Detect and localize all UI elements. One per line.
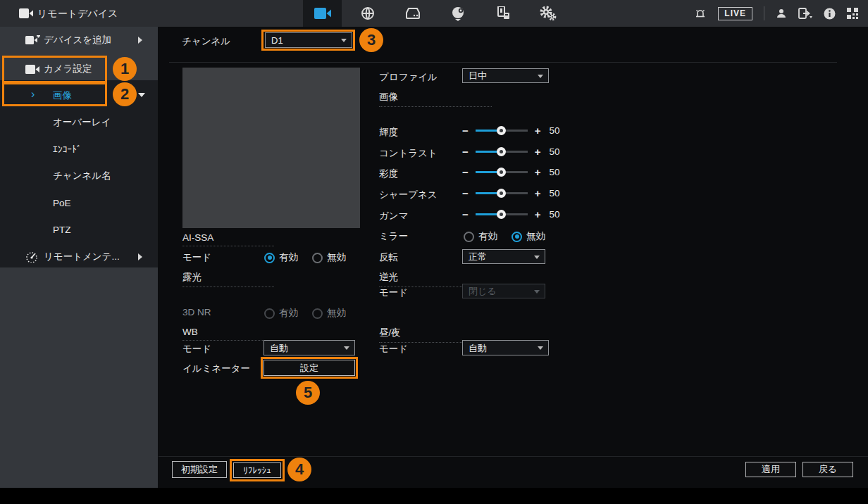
- sharpness-slider: − + 50: [462, 188, 560, 199]
- sidebar-item-poe[interactable]: PoE: [0, 189, 158, 216]
- slider-track[interactable]: [476, 151, 528, 153]
- radio-label: 有効: [478, 230, 497, 243]
- decrease-button[interactable]: −: [462, 146, 469, 157]
- slider-knob[interactable]: [497, 189, 506, 198]
- radio-label: 有効: [279, 307, 298, 320]
- slider-value: 50: [550, 146, 560, 157]
- live-badge[interactable]: LIVE: [718, 7, 752, 20]
- slider-knob[interactable]: [497, 168, 506, 177]
- annotation-badge-5: 5: [296, 381, 320, 405]
- radio-enabled: [264, 308, 275, 319]
- radio-disabled[interactable]: [312, 253, 323, 263]
- radio-label: 無効: [327, 251, 346, 264]
- slider-knob[interactable]: [497, 210, 506, 219]
- remote-device-window: リモートデバイス: [0, 0, 868, 488]
- decrease-button[interactable]: −: [462, 167, 469, 177]
- decrease-button[interactable]: −: [462, 209, 469, 220]
- backlight-mode-select: 閉じる: [462, 284, 545, 298]
- nr3d-radios: 有効 無効: [264, 307, 356, 320]
- chevron-right-icon: [138, 37, 142, 44]
- topbar-right: LIVE: [694, 0, 858, 27]
- default-button[interactable]: 初期設定: [172, 461, 227, 478]
- increase-button[interactable]: +: [535, 209, 541, 220]
- decrease-button[interactable]: −: [462, 188, 469, 199]
- increase-button[interactable]: +: [535, 188, 541, 199]
- sidebar-item-label: オーバーレイ: [53, 116, 111, 129]
- slider-value: 50: [550, 188, 560, 199]
- slider-track[interactable]: [476, 213, 528, 215]
- radio-label: 無効: [526, 230, 545, 243]
- sidebar-item-image[interactable]: › 画像: [0, 82, 158, 109]
- logout-icon[interactable]: [798, 8, 812, 19]
- slider-track[interactable]: [476, 171, 528, 173]
- profile-select[interactable]: 日中: [462, 68, 549, 83]
- slider-knob[interactable]: [497, 147, 506, 156]
- wb-mode-label: モード: [182, 343, 211, 355]
- sidebar-item-channel-name[interactable]: チャンネル名: [0, 163, 158, 189]
- qr-code-icon[interactable]: [847, 8, 858, 19]
- camera-icon: [25, 65, 39, 74]
- day-night-mode-select[interactable]: 自動: [462, 340, 549, 355]
- section-exposure: 露光: [182, 271, 274, 287]
- tab-storage[interactable]: [393, 0, 432, 27]
- section-wb: WB: [182, 327, 274, 341]
- decrease-button[interactable]: −: [462, 125, 469, 136]
- channel-select[interactable]: D1: [265, 32, 352, 48]
- sidebar-item-label: デバイスを追加: [44, 34, 111, 46]
- hard-drive-icon: [404, 7, 421, 20]
- slider-track[interactable]: [476, 130, 528, 132]
- increase-button[interactable]: +: [535, 125, 541, 136]
- sidebar-item-label: ｴﾝｺｰﾄﾞ: [53, 144, 82, 155]
- globe-icon: [360, 6, 376, 21]
- increase-button[interactable]: +: [535, 167, 541, 177]
- ai-ssa-mode-radios: 有効 無効: [264, 251, 356, 264]
- saturation-label: 彩度: [379, 168, 398, 180]
- backlight-mode-label: モード: [379, 286, 408, 299]
- refresh-button[interactable]: ﾘﾌﾚｯｼｭ: [233, 462, 281, 478]
- ai-face-icon: [450, 6, 466, 21]
- user-icon[interactable]: [776, 8, 787, 19]
- tab-system[interactable]: [483, 0, 522, 27]
- divider: [159, 456, 868, 457]
- sidebar-item-camera-settings[interactable]: カメラ設定: [0, 56, 158, 82]
- info-icon[interactable]: [824, 8, 836, 20]
- slider-value: 50: [550, 125, 560, 136]
- sidebar-item-ptz[interactable]: PTZ: [0, 216, 158, 243]
- radio-enabled[interactable]: [264, 253, 275, 263]
- mirror-radios: 有効 無効: [464, 230, 555, 243]
- increase-button[interactable]: +: [535, 146, 541, 157]
- tab-settings[interactable]: [528, 0, 567, 27]
- radio-disabled: [312, 308, 323, 319]
- illuminator-settings-button[interactable]: 設定: [264, 360, 355, 376]
- top-nav-tabs: [303, 0, 567, 27]
- sidebar-item-encode[interactable]: ｴﾝｺｰﾄﾞ: [0, 136, 158, 163]
- camera-plus-icon: [25, 35, 40, 45]
- radio-enabled[interactable]: [464, 232, 474, 242]
- gamma-slider: − + 50: [462, 209, 560, 220]
- alarm-icon[interactable]: [694, 7, 707, 20]
- wb-mode-select[interactable]: 自動: [264, 340, 355, 355]
- camera-icon: [19, 8, 33, 18]
- day-night-mode-label: モード: [379, 343, 408, 355]
- nr3d-label: 3D NR: [182, 307, 211, 317]
- sharpness-label: シャープネス: [379, 189, 438, 201]
- sidebar-item-label: 画像: [53, 89, 72, 102]
- tab-network[interactable]: [348, 0, 387, 27]
- sidebar-item-label: チャンネル名: [53, 170, 111, 182]
- sidebar-item-overlay[interactable]: オーバーレイ: [0, 109, 158, 136]
- back-button[interactable]: 戻る: [802, 462, 853, 477]
- slider-knob[interactable]: [497, 126, 506, 135]
- sidebar-item-remote-maintenance[interactable]: リモートメンテ...: [0, 244, 158, 270]
- tab-camera[interactable]: [303, 0, 342, 27]
- sidebar-item-label: PTZ: [53, 225, 71, 235]
- flip-select[interactable]: 正常: [462, 249, 545, 264]
- page-title: リモートデバイス: [37, 0, 118, 27]
- apply-button[interactable]: 適用: [745, 462, 796, 477]
- slider-track[interactable]: [476, 192, 528, 194]
- gears-icon: [540, 6, 557, 21]
- contrast-label: コントラスト: [379, 147, 438, 160]
- radio-disabled[interactable]: [512, 232, 522, 242]
- illuminator-label: イルミネーター: [182, 363, 250, 375]
- tab-ai[interactable]: [438, 0, 477, 27]
- sidebar-item-add-device[interactable]: デバイスを追加: [0, 27, 158, 53]
